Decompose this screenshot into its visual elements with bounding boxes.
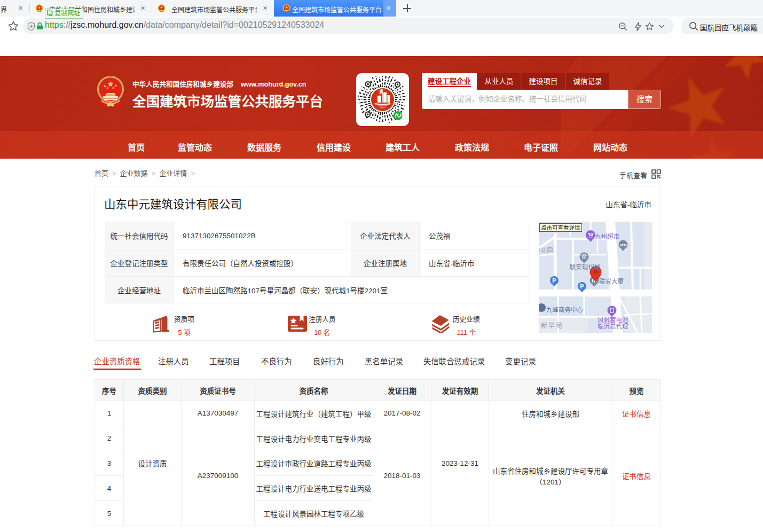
svg-text:P: P [580, 283, 584, 290]
svg-text:ATM: ATM [620, 244, 627, 247]
svg-text:P: P [552, 277, 556, 284]
